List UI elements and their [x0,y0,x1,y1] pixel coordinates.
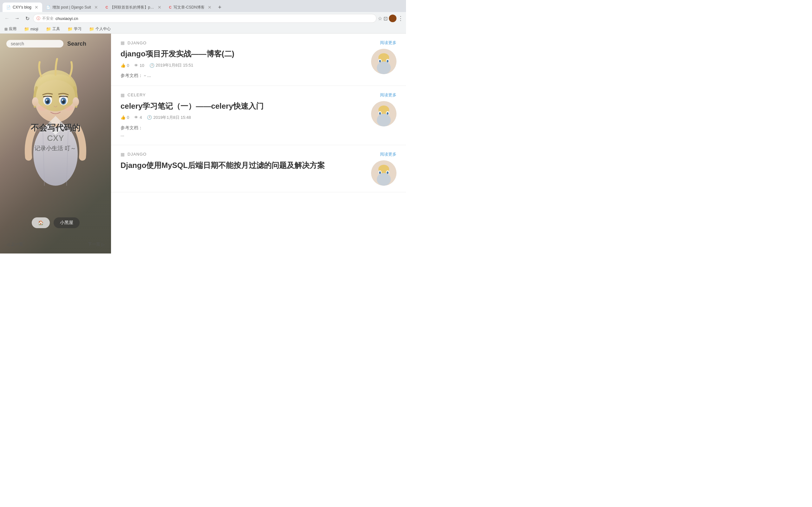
likes-count: 👍 0 [120,63,129,68]
home-button[interactable]: 🏠 [32,217,50,228]
svg-point-30 [387,112,389,115]
search-input-wrap [6,40,63,48]
bookmark-personal[interactable]: 📁 个人中心 [87,26,113,32]
date-value: 2019年1月8日 15:51 [156,62,194,68]
address-bar[interactable]: ⓘ 不安全 chuxiaoyi.cn [33,14,376,23]
category-label: DJANGO [128,41,147,45]
tab-label: CXY's blog [13,5,32,9]
search-button[interactable]: Search [67,41,86,47]
post-meta: 👍 0 👁 10 🕐 2019年1月8日 15:51 [120,62,365,68]
post-category: ▦ DJANGO [120,40,147,45]
tab-favicon: C [106,5,108,9]
chevron-left-icon: ◁ [6,242,9,247]
page-content: Search 不会写代码的 CXY 记录小生活 叮～ 🏠 小黑屋 ◁ 上一页 下… [0,34,406,253]
bookmark-apps[interactable]: ⊞ 应用 [3,26,18,32]
insecure-label: 不安全 [42,16,54,21]
views-value: 4 [140,115,142,120]
profile-avatar[interactable] [389,14,397,22]
search-area: Search [6,40,86,48]
nav-actions: ☆ ⊡ ⋮ [378,14,403,22]
tab-csdn[interactable]: C 写文章-CSDN博客 ✕ [165,3,215,12]
post-date: 🕐 2019年1月8日 15:51 [149,62,194,68]
svg-point-23 [377,61,391,74]
cast-icon[interactable]: ⊡ [384,15,388,21]
next-page-button[interactable]: 下一页 ▷ [88,241,105,247]
read-more-button[interactable]: 阅读更多 [380,152,397,157]
tab-django-suit[interactable]: 📄 增加 post | Django Suit ✕ [42,3,102,12]
prev-label: 上一页 [11,241,23,247]
folder-icon: 📁 [67,26,72,32]
search-input[interactable] [11,41,59,46]
menu-icon[interactable]: ⋮ [398,15,403,22]
post-thumbnail [371,101,397,126]
folder-icon: 📁 [46,26,51,32]
tab-python[interactable]: C 【阿联首首长的博客】python_d... ✕ [102,3,165,12]
post-title: django项目开发实战——博客(二) [120,49,365,59]
tab-label: 【阿联首首长的博客】python_d... [110,5,154,10]
svg-point-15 [72,97,79,106]
sidebar-subtitle: 记录小生活 叮～ [0,145,111,152]
svg-point-12 [38,106,47,111]
clock-icon: 🕐 [149,63,154,68]
likes-value: 0 [127,115,129,120]
bookmark-icon[interactable]: ☆ [378,15,382,21]
clock-icon: 🕐 [147,115,152,120]
tab-close-icon[interactable]: ✕ [94,5,98,10]
svg-point-38 [387,171,389,174]
svg-point-14 [32,97,38,106]
tab-close-icon[interactable]: ✕ [35,5,38,10]
sidebar-title: 不会写代码的 [0,122,111,133]
post-thumbnail [371,160,397,186]
post-card: ▦ DJANGO 阅读更多 Django使用MySQL后端日期不能按月过滤的问题… [111,145,406,192]
tab-cxy-blog[interactable]: 📄 CXY's blog ✕ [3,3,42,12]
post-title: Django使用MySQL后端日期不能按月过滤的问题及解决方案 [120,160,365,170]
svg-point-31 [377,114,391,126]
sidebar-buttons: 🏠 小黑屋 [0,217,111,228]
read-more-button[interactable]: 阅读更多 [380,92,397,98]
folder-icon: 📁 [89,26,94,32]
post-card: ▦ DJANGO 阅读更多 django项目开发实战——博客(二) 👍 0 👁 [111,34,406,86]
svg-point-10 [46,99,48,101]
svg-point-39 [377,173,391,186]
post-text: django项目开发实战——博客(二) 👍 0 👁 10 🕐 2019年1 [120,49,365,79]
post-text: celery学习笔记（一）——celery快速入门 👍 0 👁 4 🕐 2 [120,101,365,138]
post-excerpt: 参考文档： ... [120,124,365,138]
like-icon: 👍 [120,63,125,68]
sidebar-text-overlay: 不会写代码的 CXY 记录小生活 叮～ [0,122,111,152]
tab-favicon: C [169,5,171,9]
likes-count: 👍 0 [120,115,129,120]
forward-button[interactable]: → [13,14,21,23]
prev-page-button[interactable]: ◁ 上一页 [6,241,23,247]
room-button[interactable]: 小黑屋 [54,217,80,228]
post-category-row: ▦ DJANGO 阅读更多 [120,152,397,157]
post-title: celery学习笔记（一）——celery快速入门 [120,101,365,111]
svg-point-29 [379,112,381,115]
bookmark-label: 个人中心 [96,26,111,32]
reload-button[interactable]: ↻ [23,14,32,23]
eye-icon: 👁 [134,63,138,68]
post-body: celery学习笔记（一）——celery快速入门 👍 0 👁 4 🕐 2 [120,101,397,138]
lock-icon: ⓘ [37,16,40,21]
back-button[interactable]: ← [3,14,11,23]
tab-close-icon[interactable]: ✕ [208,5,212,10]
excerpt-text2: ... [120,132,124,137]
post-meta: 👍 0 👁 4 🕐 2019年1月8日 15:48 [120,115,365,120]
sidebar-author: CXY [0,133,111,143]
tab-close-icon[interactable]: ✕ [158,5,161,10]
new-tab-button[interactable]: + [215,3,224,12]
excerpt-text: 参考文档： [120,125,143,130]
category-label: CELERY [128,93,146,97]
sidebar: Search 不会写代码的 CXY 记录小生活 叮～ 🏠 小黑屋 ◁ 上一页 下… [0,34,111,253]
post-date: 🕐 2019年1月8日 15:48 [147,115,191,120]
bookmark-study[interactable]: 📁 学习 [66,26,84,32]
bookmark-mioji[interactable]: 📁 mioji [22,26,40,32]
tab-favicon: 📄 [46,5,50,9]
bookmark-tools[interactable]: 📁 工具 [44,26,62,32]
svg-point-22 [387,60,389,62]
read-more-button[interactable]: 阅读更多 [380,40,397,46]
svg-point-11 [62,99,63,101]
category-grid-icon: ▦ [120,93,125,98]
svg-point-13 [64,106,73,111]
like-icon: 👍 [120,115,125,120]
bookmark-label: 工具 [52,26,60,32]
